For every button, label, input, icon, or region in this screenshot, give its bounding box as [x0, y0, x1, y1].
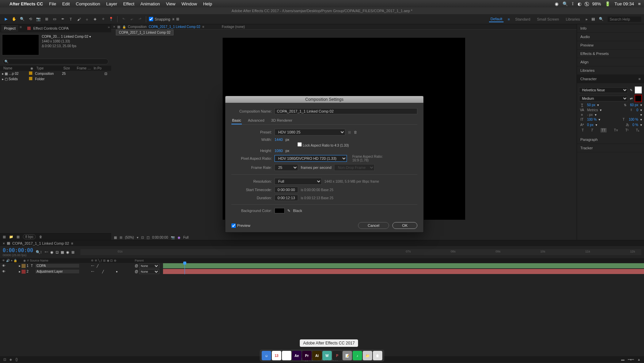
clock[interactable]: Tue 09:34	[614, 1, 634, 6]
dock-premiere-icon[interactable]: Pr	[302, 351, 312, 360]
menu-icon[interactable]: ≡	[638, 1, 641, 6]
mask-icon[interactable]: ◫	[147, 236, 150, 239]
pickwhip-icon[interactable]: @	[135, 264, 138, 268]
font-size-value[interactable]: 50 px	[587, 103, 595, 107]
pickwhip-icon[interactable]: @	[135, 270, 138, 273]
project-row[interactable]: ▸ ▦ …p 02 Composition 25 ⊡	[0, 71, 111, 76]
bg-eyedropper-icon[interactable]: ✎	[287, 209, 290, 213]
clone-tool-icon[interactable]: ⟐	[84, 16, 90, 23]
sync-icon[interactable]: ◐	[578, 1, 581, 6]
tab-advanced[interactable]: Advanced	[247, 117, 265, 124]
leading-value[interactable]: 60 px	[630, 103, 638, 107]
bg-color-swatch[interactable]	[275, 208, 285, 213]
col-size[interactable]: Size	[62, 66, 75, 70]
menu-window[interactable]: Window	[182, 1, 197, 6]
layer-duration-bar[interactable]	[163, 269, 644, 274]
tab-menu-icon[interactable]: ≡	[202, 25, 204, 29]
resolution-select[interactable]: Full	[275, 178, 322, 185]
parent-select[interactable]: None	[139, 269, 159, 274]
workspace-standard[interactable]: Standard	[514, 17, 532, 22]
save-preset-icon[interactable]: ⊞	[348, 130, 351, 134]
tab-3d-renderer[interactable]: 3D Renderer	[270, 117, 293, 124]
col-inpoint[interactable]: In Po	[92, 66, 103, 70]
tab-effect-controls[interactable]: Effect Controls COPA	[31, 25, 71, 32]
shy-icon[interactable]: ⊡	[56, 250, 59, 254]
panel-overflow-icon[interactable]: »	[108, 25, 110, 32]
audio-column-icon[interactable]: 🔊	[6, 259, 10, 262]
cancel-button[interactable]: Cancel	[358, 222, 389, 229]
menu-effect[interactable]: Effect	[123, 1, 134, 6]
height-value[interactable]: 1080	[275, 149, 283, 153]
hscale-value[interactable]: 100 %	[629, 118, 638, 121]
timeline-tab-menu-icon[interactable]: ≡	[71, 241, 73, 245]
shy-switch-icon[interactable]: ⬳	[91, 264, 94, 268]
project-search-input[interactable]	[3, 59, 108, 64]
label-column-icon[interactable]: ◉	[23, 259, 26, 262]
brackets-icon[interactable]: {}	[15, 358, 18, 361]
panel-character[interactable]: Character≡	[577, 75, 644, 83]
layer-duration-bar[interactable]	[163, 263, 644, 268]
font-weight-select[interactable]: Medium	[579, 96, 628, 101]
video-toggle-icon[interactable]: 👁	[2, 264, 5, 268]
puppet-tool-icon[interactable]: 📍	[108, 16, 115, 23]
video-column-icon[interactable]: 👁	[2, 259, 5, 262]
cc-icon[interactable]: ◉	[555, 1, 558, 6]
zoom-tool-icon[interactable]: 🔍	[19, 16, 26, 23]
workspace-menu-icon[interactable]: ≡	[508, 17, 510, 21]
grid-icon[interactable]: ⊞	[120, 236, 122, 239]
faux-bold-icon[interactable]: T	[582, 128, 584, 132]
tsume-value[interactable]: 0 %	[633, 123, 638, 127]
hand-tool-icon[interactable]: ✋	[11, 16, 18, 23]
start-timecode-input[interactable]	[275, 187, 298, 193]
dock-folder-icon[interactable]: 📁	[363, 351, 372, 360]
effects-switch-icon[interactable]: ●	[116, 270, 118, 273]
menu-view[interactable]: View	[166, 1, 175, 6]
lock-column-icon[interactable]: 🔒	[13, 259, 17, 262]
font-family-select[interactable]: Helvetica Neue	[579, 87, 628, 93]
workspace-small-screen[interactable]: Small Screen	[536, 17, 560, 22]
duration-input[interactable]	[275, 195, 298, 201]
dock-chrome-icon[interactable]: ◉	[282, 351, 291, 360]
wifi-icon[interactable]: ⟟	[572, 1, 574, 6]
comp-name-link[interactable]: COPA_2017_1_1 Linked Comp 02	[149, 25, 200, 29]
collapse-switch-icon[interactable]: ╱	[102, 270, 104, 273]
baseline-value[interactable]: 0 px	[587, 123, 593, 127]
snapshot-icon[interactable]: 📷	[171, 236, 175, 239]
interpret-footage-icon[interactable]: ▦	[3, 235, 6, 239]
comp-breadcrumb[interactable]: COPA_2017_1_1 Linked Comp 02	[116, 30, 173, 35]
close-timeline-tab-icon[interactable]: ×	[3, 241, 5, 245]
timeline-search-icon[interactable]: 🔍⁝	[36, 250, 42, 254]
par-select[interactable]: HDV 1080/DVCPRO HD 720 (1.33)	[275, 155, 347, 162]
footage-panel-label[interactable]: Footage (none)	[222, 25, 245, 29]
panel-paragraph[interactable]: Paragraph	[577, 135, 644, 144]
superscript-icon[interactable]: T¹	[625, 128, 629, 132]
switches-icon[interactable]: ✲ ✲ ╲ ƒ ⊞ ◉ ⊡ ⊕	[91, 259, 117, 262]
source-name-column[interactable]: Source Name	[30, 259, 73, 262]
magnify-icon[interactable]: ▦	[114, 236, 117, 239]
zoom-dropdown-icon[interactable]: ▾	[137, 236, 138, 239]
dock-app-p-icon[interactable]: P	[332, 351, 342, 360]
search-help-input[interactable]	[608, 17, 641, 22]
dock-finder-icon[interactable]: ☺	[262, 351, 271, 360]
rect-tool-icon[interactable]: ▭	[51, 16, 58, 23]
motion-blur-icon[interactable]: ◉	[66, 250, 69, 254]
snapping-checkbox[interactable]	[149, 17, 153, 21]
parent-select[interactable]: None	[139, 264, 159, 268]
menu-animation[interactable]: Animation	[140, 1, 160, 6]
shy-switch-icon[interactable]: ⬳	[91, 270, 94, 273]
menu-layer[interactable]: Layer	[106, 1, 117, 6]
menu-help[interactable]: Help	[203, 1, 212, 6]
menu-composition[interactable]: Composition	[76, 1, 100, 6]
trash-icon[interactable]: 🗑	[39, 235, 42, 239]
new-comp-icon[interactable]: ▦	[17, 235, 20, 239]
close-tab-icon[interactable]: ×	[113, 25, 115, 29]
panel-align[interactable]: Align	[577, 58, 644, 66]
spotlight-icon[interactable]: 🔍	[562, 1, 568, 6]
panel-preview[interactable]: Preview	[577, 41, 644, 50]
col-type[interactable]: Type	[35, 66, 62, 70]
workspace-default[interactable]: Default	[489, 16, 504, 22]
video-toggle-icon[interactable]: 👁	[2, 270, 5, 273]
tab-project[interactable]: Project	[1, 25, 18, 32]
expand-icon[interactable]: ⊡	[3, 358, 6, 361]
preset-select[interactable]: HDV 1080 25	[275, 129, 345, 135]
